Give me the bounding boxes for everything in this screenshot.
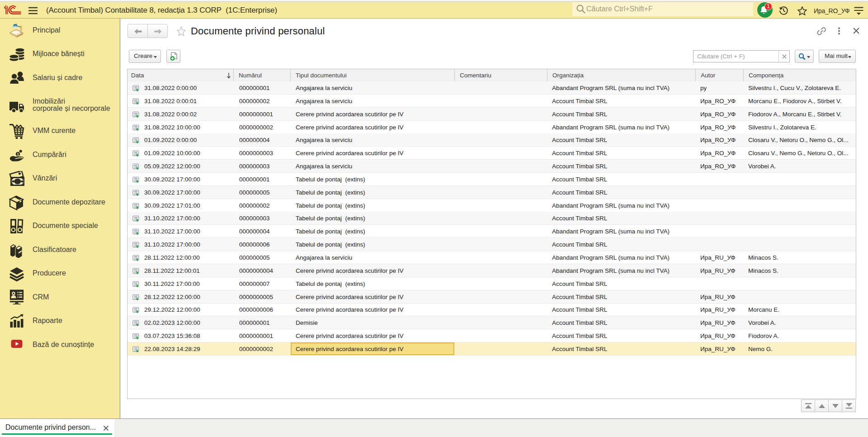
svg-text:1: 1	[17, 152, 19, 157]
